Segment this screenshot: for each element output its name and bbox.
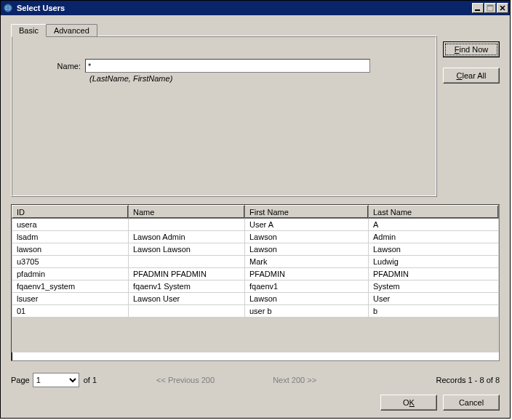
cell-id: usera (12, 219, 129, 231)
cell-first_name: Lawson (245, 293, 369, 305)
cell-first_name: fqaenv1 (245, 280, 369, 293)
window-content: Basic Advanced Name: (LastName, FirstNam… (1, 15, 510, 418)
page-label: Page (11, 376, 30, 384)
tab-basic[interactable]: Basic (11, 24, 47, 37)
table-row[interactable]: 01user bb (12, 305, 499, 318)
cell-name: Lawson User (129, 293, 245, 305)
window-controls (472, 3, 508, 13)
cell-id: fqaenv1_system (12, 280, 129, 293)
cell-last_name: Admin (369, 231, 499, 243)
table-row[interactable]: useraUser AA (12, 219, 499, 231)
clear-all-button[interactable]: Clear All (443, 68, 500, 84)
table-header-row: ID Name First Name Last Name (12, 206, 499, 219)
cell-last_name: Lawson (369, 243, 499, 256)
dialog-buttons: OK Cancel (380, 395, 500, 411)
cell-last_name: b (369, 305, 499, 318)
cell-id: lawson (12, 243, 129, 256)
pagination-bar: Page 1 of 1 << Previous 200 Next 200 >> … (11, 373, 500, 387)
cell-name: PFADMIN PFADMIN (129, 268, 245, 280)
table-row[interactable]: lsadmLawson AdminLawsonAdmin (12, 231, 499, 243)
name-hint: (LastName, FirstName) (89, 74, 423, 83)
svg-rect-3 (487, 5, 493, 7)
tab-strip: Basic Advanced (11, 24, 97, 36)
table-row[interactable]: u3705MarkLudwig (12, 256, 499, 268)
pagination-nav: << Previous 200 Next 200 >> (156, 376, 316, 384)
title-bar: Select Users (1, 1, 510, 15)
name-input[interactable] (85, 59, 370, 73)
cell-first_name: Lawson (245, 231, 369, 243)
svg-rect-1 (475, 9, 480, 11)
cell-first_name: Lawson (245, 243, 369, 256)
prev-page-link[interactable]: << Previous 200 (156, 376, 215, 384)
table-row[interactable]: lsuserLawson UserLawsonUser (12, 293, 499, 305)
cancel-button[interactable]: Cancel (443, 395, 500, 411)
select-users-window: Select Users Basic Advanced Name: (0, 0, 511, 419)
cell-name: Lawson Lawson (129, 243, 245, 256)
results-table: ID Name First Name Last Name useraUser A… (12, 205, 499, 352)
records-label: Records 1 - 8 of 8 (436, 376, 500, 384)
cell-id: u3705 (12, 256, 129, 268)
table-row[interactable]: pfadminPFADMIN PFADMINPFADMINPFADMIN (12, 268, 499, 280)
table-filler (12, 318, 499, 352)
cell-first_name: user b (245, 305, 369, 318)
cell-last_name: User (369, 293, 499, 305)
app-icon (2, 2, 14, 14)
col-id[interactable]: ID (12, 206, 129, 219)
table-row[interactable]: lawsonLawson LawsonLawsonLawson (12, 243, 499, 256)
cell-name (129, 219, 245, 231)
cell-name: Lawson Admin (129, 231, 245, 243)
cell-id: pfadmin (12, 268, 129, 280)
cell-last_name: System (369, 280, 499, 293)
of-label: of 1 (84, 376, 97, 384)
cell-id: 01 (12, 305, 129, 318)
cell-id: lsuser (12, 293, 129, 305)
cell-last_name: PFADMIN (369, 268, 499, 280)
name-label: Name: (25, 62, 85, 70)
col-first-name[interactable]: First Name (245, 206, 369, 219)
cell-name: fqaenv1 System (129, 280, 245, 293)
search-panel: Name: (LastName, FirstName) (11, 36, 437, 197)
cell-id: lsadm (12, 231, 129, 243)
maximize-button[interactable] (484, 3, 496, 13)
close-button[interactable] (497, 3, 508, 13)
ok-button[interactable]: OK (380, 395, 437, 411)
find-now-button[interactable]: Find Now (443, 41, 500, 57)
page-select[interactable]: 1 (33, 373, 79, 387)
cell-name (129, 305, 245, 318)
cell-last_name: A (369, 219, 499, 231)
window-title: Select Users (17, 4, 472, 12)
results-table-wrap: ID Name First Name Last Name useraUser A… (11, 204, 500, 361)
cell-first_name: PFADMIN (245, 268, 369, 280)
next-page-link[interactable]: Next 200 >> (273, 376, 316, 384)
cell-first_name: User A (245, 219, 369, 231)
table-row[interactable]: fqaenv1_systemfqaenv1 Systemfqaenv1Syste… (12, 280, 499, 293)
side-buttons: Find Now Clear All (443, 41, 500, 84)
cell-last_name: Ludwig (369, 256, 499, 268)
cell-name (129, 256, 245, 268)
minimize-button[interactable] (472, 3, 484, 13)
col-last-name[interactable]: Last Name (369, 206, 499, 219)
tab-advanced[interactable]: Advanced (46, 24, 97, 36)
col-name[interactable]: Name (129, 206, 245, 219)
cell-first_name: Mark (245, 256, 369, 268)
